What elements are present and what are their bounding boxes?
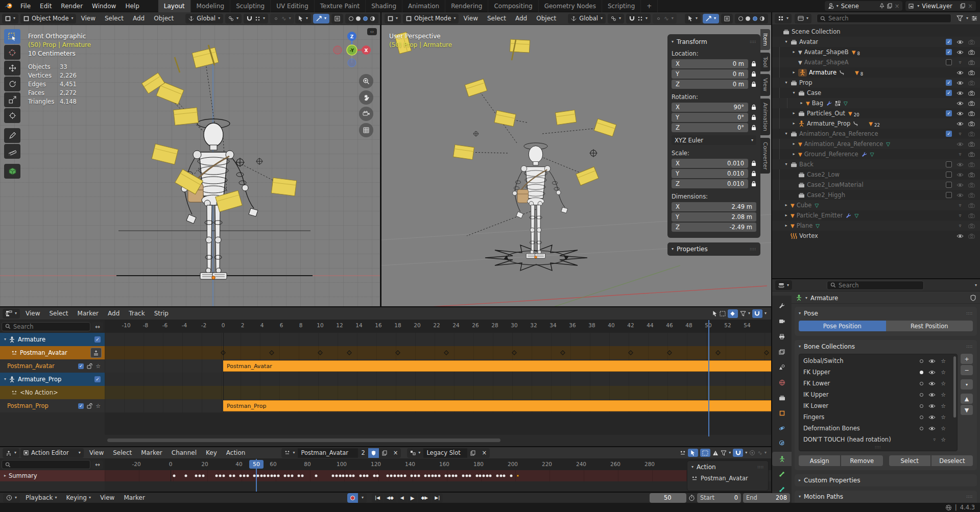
lock-icon[interactable] [87,363,92,369]
keyframe-dot[interactable] [253,475,256,477]
pin-icon[interactable] [879,3,885,9]
nla-markers-toggle[interactable] [728,309,738,318]
editor-type-dopesheet[interactable]: ▾ [3,448,19,458]
vp-right-overlays-toggle[interactable]: ▾ [703,14,719,23]
use-preview-range-icon[interactable] [688,495,695,501]
workspace-tab-rendering[interactable]: Rendering [445,0,488,12]
track-mute-checkbox[interactable]: ✓ [94,336,101,343]
select-button[interactable]: Select [889,455,930,466]
unlink-slot-button[interactable]: × [479,448,490,458]
keyframe-dot[interactable] [240,475,242,477]
location-x-field[interactable]: X0 m [672,59,748,68]
nla-menu-track[interactable]: Track [124,310,149,317]
eye-icon[interactable] [957,121,964,126]
collection-icon[interactable] [791,131,797,137]
dope-filter-icon[interactable] [721,450,727,456]
outliner-display-mode[interactable]: ▾ [795,14,811,23]
next-keyframe-button[interactable]: ◆▶ [418,493,431,503]
scale-x-lock-icon[interactable] [751,160,756,166]
nla-search[interactable]: Search [2,322,90,331]
dope-menu-marker[interactable]: Marker [136,449,166,456]
favorite-star-icon[interactable]: ☆ [941,414,946,421]
eye-icon[interactable] [957,193,964,198]
dimensions-z-field[interactable]: Z-2.49 m [672,223,756,232]
keyframe-dot[interactable] [339,475,341,477]
camera-visibility-icon[interactable] [968,233,975,239]
keyframe-dot[interactable] [376,475,379,477]
exclude-checkbox[interactable]: ✓ [946,131,952,137]
vp-left-menu-view[interactable]: View [76,15,100,22]
action-users-button[interactable]: 2 [358,448,368,458]
sidebar-tab-animation[interactable]: Animation [760,99,770,135]
keyframe-dot[interactable] [246,475,249,477]
favorite-star-icon[interactable]: ☆ [941,392,946,398]
rotation-mode-select[interactable]: XYZ Euler▾ [672,135,756,145]
dope-search-toggle[interactable]: ↔ [92,460,103,469]
vp-left-xray-toggle[interactable] [331,14,343,23]
start-frame-field[interactable]: Start0 [697,493,741,503]
current-frame-field[interactable]: 50 [650,493,686,503]
summary-channel[interactable]: ▸Summary [0,470,105,481]
nla-strip[interactable]: Postman_Prop [223,400,771,411]
keyframe-dot[interactable] [486,475,488,477]
properties-subpanel[interactable]: ▾Properties∷∷ [667,242,760,256]
solo-dot[interactable] [920,359,923,363]
menu-edit[interactable]: Edit [35,3,56,10]
keyframe-dot[interactable] [451,475,454,477]
vp-right-menu-object[interactable]: Object [532,15,561,22]
workspace-tab-uv-editing[interactable]: UV Editing [271,0,315,12]
camera-visibility-icon[interactable] [968,101,975,106]
workspace-tab-animation[interactable]: Animation [402,0,445,12]
keyframe-dot[interactable] [195,475,198,477]
keyframe-dot[interactable] [448,475,451,477]
outliner-row[interactable]: ▸▼Cube▽▿ [772,200,980,210]
outliner-row[interactable]: Case2_LowMaterial [772,180,980,190]
scrollbar[interactable] [953,356,956,418]
location-z-lock-icon[interactable] [751,81,756,87]
expand-caret[interactable]: ▸ [792,70,796,75]
dope-show-errors[interactable] [712,450,719,456]
exclude-checkbox[interactable]: ✓ [946,80,952,86]
outliner-row[interactable]: ▸Armature_Prop▼22 [772,118,980,129]
keyframe-dot[interactable] [274,475,276,477]
rotation-z-field[interactable]: Z0° [672,123,748,132]
eye-icon[interactable] [957,50,964,55]
exclude-checkbox[interactable]: ✓ [946,49,952,55]
hide-icon[interactable]: ▿ [957,60,964,65]
hide-icon[interactable]: ▿ [957,213,964,218]
keyframe-dot[interactable] [185,475,187,477]
eye-icon[interactable] [957,111,964,116]
keyframe-dot[interactable] [335,475,338,477]
scrollbar-horizontal[interactable] [107,438,500,442]
nla-menu-strip[interactable]: Strip [150,310,173,317]
expand-caret[interactable]: ▾ [784,40,788,44]
camera-visibility-icon[interactable] [968,213,975,218]
eye-icon[interactable] [957,162,964,167]
visibility-icon[interactable] [928,404,936,408]
bone-collection-row[interactable]: Global/Switch☆ [799,355,957,367]
expand-caret[interactable]: ▾ [4,377,6,381]
play-reverse-button[interactable]: ◀ [397,493,407,503]
delete-scene-icon[interactable]: × [895,3,900,10]
vp-right-shading-wireframe[interactable] [738,16,744,21]
exclude-checkbox[interactable]: ✓ [946,110,952,116]
vp-right-pivot-select[interactable]: ▾ [608,14,624,23]
outliner-row[interactable]: Vortex [772,231,980,241]
exclude-checkbox[interactable] [946,192,952,198]
dopesheet-mode-select[interactable]: Action Editor▾ [20,448,84,458]
nla-strip[interactable]: Postman_Avatar [223,360,771,372]
armature-icon[interactable] [796,295,802,301]
new-viewlayer-icon[interactable] [960,3,965,9]
action-panel-item[interactable]: Postman_Avatar [701,475,748,482]
camera-visibility-icon[interactable] [968,60,975,65]
exclude-checkbox[interactable]: ✓ [946,39,952,45]
vp-right-shading-material[interactable] [752,16,758,21]
nla-track[interactable]: Postman_Avatar✓☆ [0,359,105,373]
current-frame-pill[interactable]: 50 [249,460,264,469]
viewlayer-selector[interactable]: ▾ViewLayer × [905,1,976,11]
collection-tab[interactable] [772,391,792,405]
workspace-tab-scripting[interactable]: Scripting [602,0,641,12]
camera-visibility-icon[interactable] [968,192,975,198]
sidebar-toggle[interactable]: ‹› [367,28,377,35]
hide-icon[interactable]: ▿ [957,131,964,136]
